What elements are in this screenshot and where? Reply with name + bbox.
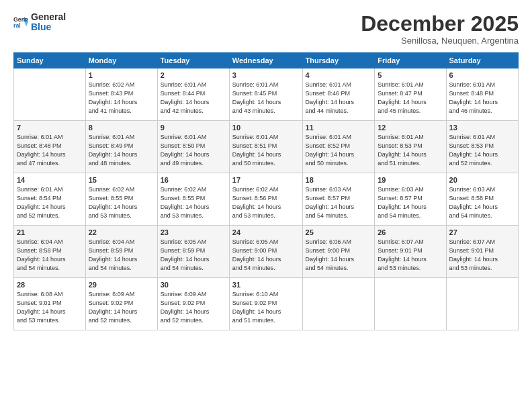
day-cell <box>446 278 518 330</box>
day-info: Sunrise: 6:03 AM Sunset: 8:57 PM Dayligh… <box>306 185 372 220</box>
day-info: Sunrise: 6:01 AM Sunset: 8:54 PM Dayligh… <box>17 185 83 220</box>
day-number: 2 <box>161 71 226 79</box>
day-cell: 16Sunrise: 6:02 AM Sunset: 8:55 PM Dayli… <box>157 173 229 226</box>
day-info: Sunrise: 6:01 AM Sunset: 8:47 PM Dayligh… <box>378 81 443 116</box>
day-info: Sunrise: 6:01 AM Sunset: 8:48 PM Dayligh… <box>17 133 83 168</box>
day-cell: 29Sunrise: 6:09 AM Sunset: 9:02 PM Dayli… <box>85 278 157 330</box>
day-number: 23 <box>161 228 226 236</box>
day-number: 7 <box>17 124 83 132</box>
day-info: Sunrise: 6:09 AM Sunset: 9:02 PM Dayligh… <box>89 290 154 325</box>
day-cell: 1Sunrise: 6:02 AM Sunset: 8:43 PM Daylig… <box>85 68 157 121</box>
day-number: 22 <box>89 228 154 236</box>
week-row-1: 1Sunrise: 6:02 AM Sunset: 8:43 PM Daylig… <box>14 68 519 121</box>
day-info: Sunrise: 6:01 AM Sunset: 8:49 PM Dayligh… <box>89 133 154 168</box>
day-number: 4 <box>306 71 372 79</box>
header-day-sunday: Sunday <box>14 53 86 68</box>
day-cell: 25Sunrise: 6:06 AM Sunset: 9:00 PM Dayli… <box>302 226 375 278</box>
day-number: 5 <box>378 71 443 79</box>
day-cell: 19Sunrise: 6:03 AM Sunset: 8:57 PM Dayli… <box>375 173 446 226</box>
day-cell: 28Sunrise: 6:08 AM Sunset: 9:01 PM Dayli… <box>14 278 86 330</box>
day-number: 31 <box>232 281 300 289</box>
day-number: 25 <box>306 228 372 236</box>
day-info: Sunrise: 6:01 AM Sunset: 8:44 PM Dayligh… <box>161 81 226 116</box>
logo-icon: Gene ral <box>13 15 28 30</box>
week-row-3: 14Sunrise: 6:01 AM Sunset: 8:54 PM Dayli… <box>14 173 519 226</box>
day-info: Sunrise: 6:01 AM Sunset: 8:50 PM Dayligh… <box>161 133 226 168</box>
day-cell: 21Sunrise: 6:04 AM Sunset: 8:58 PM Dayli… <box>14 226 86 278</box>
header-row: SundayMondayTuesdayWednesdayThursdayFrid… <box>14 53 519 68</box>
day-number: 1 <box>89 71 154 79</box>
day-info: Sunrise: 6:02 AM Sunset: 8:56 PM Dayligh… <box>232 185 300 220</box>
day-number: 21 <box>17 228 83 236</box>
day-number: 8 <box>89 124 154 132</box>
month-title: December 2025 <box>361 12 519 36</box>
logo: Gene ral General Blue <box>13 12 66 33</box>
day-number: 18 <box>306 176 372 184</box>
day-number: 26 <box>378 228 443 236</box>
day-info: Sunrise: 6:03 AM Sunset: 8:57 PM Dayligh… <box>378 185 443 220</box>
svg-marker-3 <box>24 22 28 27</box>
header-day-wednesday: Wednesday <box>229 53 302 68</box>
logo-blue: Blue <box>31 22 66 32</box>
day-info: Sunrise: 6:01 AM Sunset: 8:53 PM Dayligh… <box>449 133 515 168</box>
header-day-friday: Friday <box>375 53 446 68</box>
day-cell: 10Sunrise: 6:01 AM Sunset: 8:51 PM Dayli… <box>229 121 302 173</box>
day-cell: 18Sunrise: 6:03 AM Sunset: 8:57 PM Dayli… <box>302 173 375 226</box>
day-info: Sunrise: 6:05 AM Sunset: 8:59 PM Dayligh… <box>161 238 226 273</box>
day-cell: 24Sunrise: 6:05 AM Sunset: 9:00 PM Dayli… <box>229 226 302 278</box>
day-cell: 14Sunrise: 6:01 AM Sunset: 8:54 PM Dayli… <box>14 173 86 226</box>
day-cell: 7Sunrise: 6:01 AM Sunset: 8:48 PM Daylig… <box>14 121 86 173</box>
day-info: Sunrise: 6:10 AM Sunset: 9:02 PM Dayligh… <box>232 290 300 325</box>
day-info: Sunrise: 6:09 AM Sunset: 9:02 PM Dayligh… <box>161 290 226 325</box>
day-info: Sunrise: 6:01 AM Sunset: 8:46 PM Dayligh… <box>306 81 372 116</box>
logo-general: General <box>31 12 66 22</box>
day-info: Sunrise: 6:07 AM Sunset: 9:01 PM Dayligh… <box>378 238 443 273</box>
day-cell: 2Sunrise: 6:01 AM Sunset: 8:44 PM Daylig… <box>157 68 229 121</box>
header-day-tuesday: Tuesday <box>157 53 229 68</box>
day-cell: 17Sunrise: 6:02 AM Sunset: 8:56 PM Dayli… <box>229 173 302 226</box>
day-info: Sunrise: 6:01 AM Sunset: 8:53 PM Dayligh… <box>378 133 443 168</box>
day-info: Sunrise: 6:02 AM Sunset: 8:43 PM Dayligh… <box>89 81 154 116</box>
day-info: Sunrise: 6:01 AM Sunset: 8:48 PM Dayligh… <box>449 81 515 116</box>
page: Gene ral General Blue December 2025 Seni… <box>0 0 532 411</box>
svg-text:ral: ral <box>13 22 21 29</box>
day-number: 10 <box>232 124 300 132</box>
day-info: Sunrise: 6:08 AM Sunset: 9:01 PM Dayligh… <box>17 290 83 325</box>
day-number: 13 <box>449 124 515 132</box>
day-cell: 13Sunrise: 6:01 AM Sunset: 8:53 PM Dayli… <box>446 121 518 173</box>
day-info: Sunrise: 6:06 AM Sunset: 9:00 PM Dayligh… <box>306 238 372 273</box>
day-info: Sunrise: 6:01 AM Sunset: 8:52 PM Dayligh… <box>306 133 372 168</box>
day-number: 24 <box>232 228 300 236</box>
day-number: 29 <box>89 281 154 289</box>
day-cell: 20Sunrise: 6:03 AM Sunset: 8:58 PM Dayli… <box>446 173 518 226</box>
week-row-4: 21Sunrise: 6:04 AM Sunset: 8:58 PM Dayli… <box>14 226 519 278</box>
day-number: 11 <box>306 124 372 132</box>
day-cell: 31Sunrise: 6:10 AM Sunset: 9:02 PM Dayli… <box>229 278 302 330</box>
header: Gene ral General Blue December 2025 Seni… <box>13 12 519 46</box>
day-number: 15 <box>89 176 154 184</box>
day-number: 3 <box>232 71 300 79</box>
day-cell <box>302 278 375 330</box>
day-cell: 22Sunrise: 6:04 AM Sunset: 8:59 PM Dayli… <box>85 226 157 278</box>
day-cell <box>375 278 446 330</box>
day-info: Sunrise: 6:04 AM Sunset: 8:59 PM Dayligh… <box>89 238 154 273</box>
day-cell: 23Sunrise: 6:05 AM Sunset: 8:59 PM Dayli… <box>157 226 229 278</box>
title-block: December 2025 Senillosa, Neuquen, Argent… <box>361 12 519 46</box>
day-number: 27 <box>449 228 515 236</box>
day-cell: 6Sunrise: 6:01 AM Sunset: 8:48 PM Daylig… <box>446 68 518 121</box>
day-number: 17 <box>232 176 300 184</box>
day-info: Sunrise: 6:05 AM Sunset: 9:00 PM Dayligh… <box>232 238 300 273</box>
day-info: Sunrise: 6:02 AM Sunset: 8:55 PM Dayligh… <box>161 185 226 220</box>
day-cell: 30Sunrise: 6:09 AM Sunset: 9:02 PM Dayli… <box>157 278 229 330</box>
day-number: 6 <box>449 71 515 79</box>
day-info: Sunrise: 6:04 AM Sunset: 8:58 PM Dayligh… <box>17 238 83 273</box>
day-number: 14 <box>17 176 83 184</box>
header-day-monday: Monday <box>85 53 157 68</box>
day-cell: 5Sunrise: 6:01 AM Sunset: 8:47 PM Daylig… <box>375 68 446 121</box>
day-cell: 9Sunrise: 6:01 AM Sunset: 8:50 PM Daylig… <box>157 121 229 173</box>
day-cell: 11Sunrise: 6:01 AM Sunset: 8:52 PM Dayli… <box>302 121 375 173</box>
day-cell <box>14 68 86 121</box>
subtitle: Senillosa, Neuquen, Argentina <box>361 36 519 46</box>
day-cell: 3Sunrise: 6:01 AM Sunset: 8:45 PM Daylig… <box>229 68 302 121</box>
day-number: 20 <box>449 176 515 184</box>
